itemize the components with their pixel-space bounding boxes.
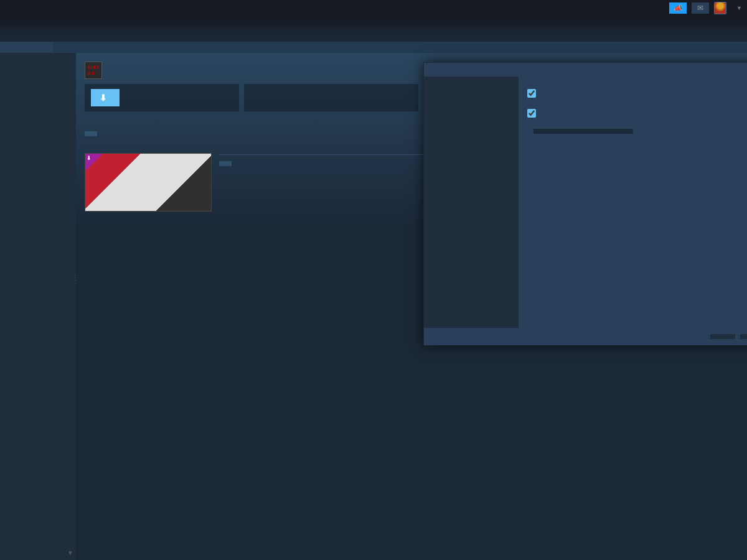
game-library-sidebar: ⋮⋮ ▼: [0, 53, 76, 560]
main-nav: [0, 16, 747, 42]
top-menu-bar: 📣 ✉ ▼: [0, 0, 747, 16]
download-icon: ⬇: [100, 93, 107, 103]
install-panel: ⬇: [85, 84, 239, 111]
avatar[interactable]: [714, 2, 726, 14]
dlc-badge-icon: ⬇: [87, 155, 92, 161]
game-icon: DiRT2.0: [85, 62, 102, 79]
proton-version-select[interactable]: [533, 129, 633, 134]
view-all-achievements-button[interactable]: [85, 131, 97, 136]
find-more-dlc-button[interactable]: [219, 161, 232, 166]
sub-nav: [0, 42, 747, 53]
library-search-input[interactable]: [54, 42, 747, 53]
settings-category-list: [424, 77, 519, 328]
ok-button[interactable]: [710, 334, 735, 339]
cancel-button[interactable]: [740, 334, 747, 339]
chevron-down-icon[interactable]: ▼: [736, 5, 742, 11]
checkbox-all[interactable]: [527, 109, 536, 118]
dlc-image[interactable]: ⬇: [85, 153, 212, 212]
settings-dialog-title[interactable]: [424, 63, 747, 77]
sidebar-scroll-down-icon[interactable]: ▼: [67, 549, 73, 556]
checkbox-supported[interactable]: [527, 89, 536, 98]
inbox-icon[interactable]: ✉: [692, 2, 709, 14]
settings-pane: [519, 77, 747, 328]
settings-dialog: [423, 62, 747, 345]
announcement-icon[interactable]: 📣: [669, 2, 687, 14]
enable-supported-checkbox[interactable]: [527, 89, 747, 98]
install-button[interactable]: ⬇: [91, 89, 120, 106]
compat-panel: [244, 84, 418, 111]
enable-all-checkbox[interactable]: [527, 109, 747, 118]
